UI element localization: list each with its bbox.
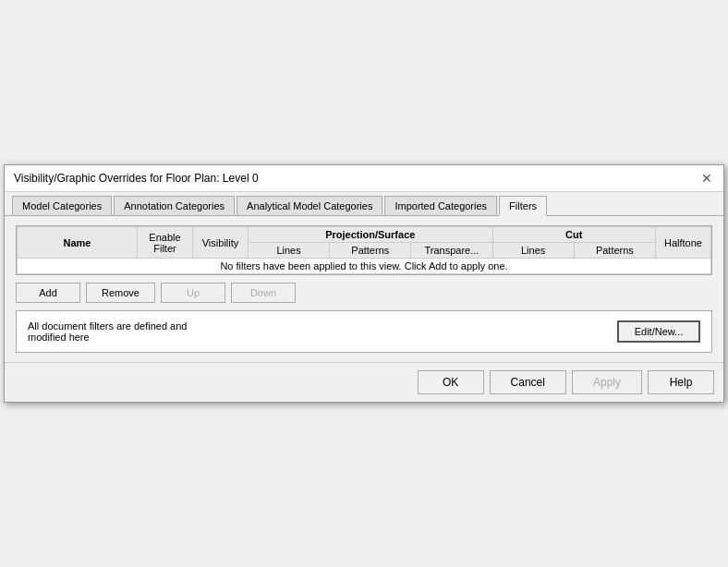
add-button[interactable]: Add bbox=[16, 283, 80, 303]
col-header-cut: Cut bbox=[492, 227, 655, 243]
tab-model-categories[interactable]: Model Categories bbox=[12, 196, 112, 215]
col-header-transparency: Transpare... bbox=[411, 243, 492, 259]
action-buttons-row: Add Remove Up Down bbox=[16, 283, 712, 303]
dialog: Visibility/Graphic Overrides for Floor P… bbox=[4, 164, 724, 403]
down-button[interactable]: Down bbox=[231, 283, 296, 303]
apply-button[interactable]: Apply bbox=[572, 370, 642, 394]
close-button[interactable]: ✕ bbox=[699, 171, 714, 186]
col-header-projection: Projection/Surface bbox=[249, 227, 493, 243]
col-header-proj-patterns: Patterns bbox=[330, 243, 411, 259]
info-box: All document filters are defined and mod… bbox=[16, 310, 712, 353]
col-header-name: Name bbox=[18, 227, 138, 259]
filter-table: Name Enable Filter Visibility Projection… bbox=[17, 226, 711, 274]
no-filters-message: No filters have been applied to this vie… bbox=[18, 259, 711, 274]
content-area: Name Enable Filter Visibility Projection… bbox=[5, 216, 723, 362]
footer-buttons: OK Cancel Apply Help bbox=[5, 362, 723, 402]
no-filters-text: No filters have been applied to this vie… bbox=[220, 260, 507, 271]
tab-filters[interactable]: Filters bbox=[499, 196, 547, 216]
col-header-visibility: Visibility bbox=[193, 227, 249, 259]
tab-analytical-model-categories[interactable]: Analytical Model Categories bbox=[237, 196, 382, 215]
col-header-cut-lines: Lines bbox=[492, 243, 574, 259]
help-button[interactable]: Help bbox=[648, 370, 714, 394]
tab-imported-categories[interactable]: Imported Categories bbox=[384, 196, 497, 215]
remove-button[interactable]: Remove bbox=[86, 283, 155, 303]
ok-button[interactable]: OK bbox=[418, 370, 484, 394]
col-header-cut-patterns: Patterns bbox=[574, 243, 655, 259]
up-button[interactable]: Up bbox=[161, 283, 225, 303]
cancel-button[interactable]: Cancel bbox=[490, 370, 566, 394]
filter-table-wrapper: Name Enable Filter Visibility Projection… bbox=[16, 225, 712, 275]
dialog-title: Visibility/Graphic Overrides for Floor P… bbox=[14, 172, 259, 185]
title-bar: Visibility/Graphic Overrides for Floor P… bbox=[5, 165, 723, 192]
tab-annotation-categories[interactable]: Annotation Categories bbox=[114, 196, 235, 215]
edit-new-button[interactable]: Edit/New... bbox=[617, 320, 700, 343]
col-header-halftone: Halftone bbox=[656, 227, 711, 259]
tabs-container: Model Categories Annotation Categories A… bbox=[5, 192, 723, 216]
info-box-text: All document filters are defined and mod… bbox=[28, 320, 212, 343]
no-filters-row: No filters have been applied to this vie… bbox=[18, 259, 711, 274]
col-header-enable: Enable Filter bbox=[138, 227, 193, 259]
col-header-proj-lines: Lines bbox=[249, 243, 330, 259]
